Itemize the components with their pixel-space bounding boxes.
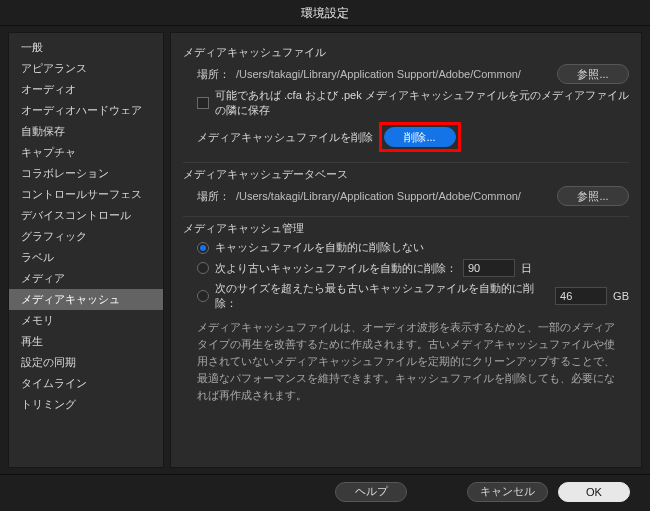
section-cache-files: メディアキャッシュファイル 場所： /Users/takagi/Library/… — [183, 41, 629, 152]
sidebar-item-10[interactable]: ラベル — [9, 247, 163, 268]
section-cache-db: メディアキャッシュデータベース 場所： /Users/takagi/Librar… — [183, 162, 629, 206]
help-button[interactable]: ヘルプ — [335, 482, 407, 502]
footer: ヘルプ キャンセル OK — [0, 474, 650, 508]
radio-by-days[interactable] — [197, 262, 209, 274]
sidebar-item-2[interactable]: オーディオ — [9, 79, 163, 100]
days-input[interactable] — [463, 259, 515, 277]
radio-by-size[interactable] — [197, 290, 209, 302]
sidebar-item-11[interactable]: メディア — [9, 268, 163, 289]
window-body: 一般アピアランスオーディオオーディオハードウェア自動保存キャプチャコラボレーショ… — [0, 26, 650, 474]
sidebar-item-6[interactable]: コラボレーション — [9, 163, 163, 184]
sidebar-item-1[interactable]: アピアランス — [9, 58, 163, 79]
cache-files-path: /Users/takagi/Library/Application Suppor… — [236, 68, 521, 80]
main-panel: メディアキャッシュファイル 場所： /Users/takagi/Library/… — [170, 32, 642, 468]
cache-mgmt-helptext: メディアキャッシュファイルは、オーディオ波形を表示するためと、一部のメディアタイ… — [183, 319, 629, 404]
sidebar-item-15[interactable]: 設定の同期 — [9, 352, 163, 373]
sidebar-item-9[interactable]: グラフィック — [9, 226, 163, 247]
sidebar-item-4[interactable]: 自動保存 — [9, 121, 163, 142]
sidebar-item-17[interactable]: トリミング — [9, 394, 163, 415]
sidebar-item-3[interactable]: オーディオハードウェア — [9, 100, 163, 121]
delete-cache-files-button[interactable]: 削除... — [384, 127, 456, 147]
section-cache-mgmt: メディアキャッシュ管理 キャッシュファイルを自動的に削除しない 次より古いキャッ… — [183, 216, 629, 404]
save-next-label: 可能であれば .cfa および .pek メディアキャッシュファイルを元のメディ… — [215, 88, 629, 118]
browse-cache-files-button[interactable]: 参照... — [557, 64, 629, 84]
sidebar-item-13[interactable]: メモリ — [9, 310, 163, 331]
section-cache-files-title: メディアキャッシュファイル — [183, 45, 629, 60]
cache-files-location-label: 場所： — [197, 67, 230, 82]
radio-by-days-label: 次より古いキャッシュファイルを自動的に削除： — [215, 261, 457, 276]
delete-button-highlight: 削除... — [379, 122, 461, 152]
cache-db-location-label: 場所： — [197, 189, 230, 204]
save-next-checkbox[interactable] — [197, 97, 209, 109]
ok-button[interactable]: OK — [558, 482, 630, 502]
radio-no-delete-label: キャッシュファイルを自動的に削除しない — [215, 240, 424, 255]
browse-cache-db-button[interactable]: 参照... — [557, 186, 629, 206]
sidebar-item-0[interactable]: 一般 — [9, 37, 163, 58]
size-suffix: GB — [613, 290, 629, 302]
cache-db-path: /Users/takagi/Library/Application Suppor… — [236, 190, 521, 202]
sidebar-item-7[interactable]: コントロールサーフェス — [9, 184, 163, 205]
delete-cache-files-label: メディアキャッシュファイルを削除 — [197, 130, 373, 145]
radio-no-delete[interactable] — [197, 242, 209, 254]
cancel-button[interactable]: キャンセル — [467, 482, 548, 502]
window-title: 環境設定 — [0, 0, 650, 26]
section-cache-mgmt-title: メディアキャッシュ管理 — [183, 221, 629, 236]
sidebar-item-12[interactable]: メディアキャッシュ — [9, 289, 163, 310]
sidebar-item-5[interactable]: キャプチャ — [9, 142, 163, 163]
days-suffix: 日 — [521, 261, 532, 276]
sidebar-item-16[interactable]: タイムライン — [9, 373, 163, 394]
sidebar: 一般アピアランスオーディオオーディオハードウェア自動保存キャプチャコラボレーショ… — [8, 32, 164, 468]
radio-by-size-label: 次のサイズを超えたら最も古いキャッシュファイルを自動的に削除： — [215, 281, 549, 311]
sidebar-item-8[interactable]: デバイスコントロール — [9, 205, 163, 226]
sidebar-item-14[interactable]: 再生 — [9, 331, 163, 352]
size-input[interactable] — [555, 287, 607, 305]
section-cache-db-title: メディアキャッシュデータベース — [183, 167, 629, 182]
